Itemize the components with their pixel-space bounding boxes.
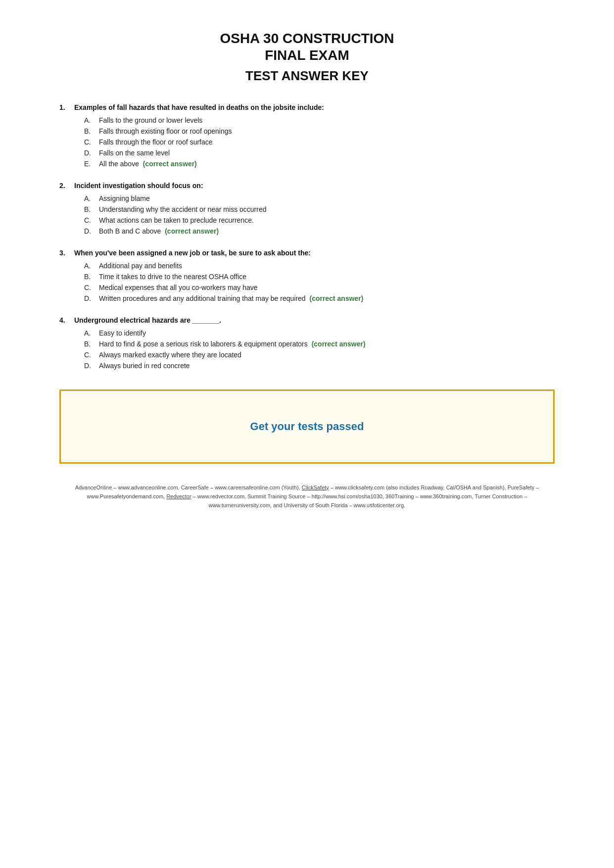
- option-text: Medical expenses that all you co-workers…: [99, 284, 555, 291]
- correct-answer-label: (correct answer): [308, 294, 364, 302]
- option-letter: C.: [84, 216, 99, 224]
- option-letter: A.: [84, 194, 99, 202]
- question-3-options: A.Additional pay and benefitsB.Time it t…: [84, 262, 555, 302]
- correct-answer-label: (correct answer): [141, 160, 197, 168]
- option-text: Written procedures and any additional tr…: [99, 294, 555, 302]
- question-2-text: 2.Incident investigation should focus on…: [59, 182, 555, 190]
- question-1-option-A: A.Falls to the ground or lower levels: [84, 116, 555, 124]
- question-2-options: A.Assigning blameB.Understanding why the…: [84, 194, 555, 235]
- title-line1: OSHA 30 CONSTRUCTION: [59, 30, 555, 48]
- option-text: Time it takes to drive to the nearest OS…: [99, 273, 555, 281]
- option-text: What actions can be taken to preclude re…: [99, 216, 555, 224]
- question-3: 3.When you've been assigned a new job or…: [59, 249, 555, 302]
- question-3-text: 3.When you've been assigned a new job or…: [59, 249, 555, 257]
- question-3-label: When you've been assigned a new job or t…: [74, 249, 311, 257]
- question-1-number: 1.: [59, 103, 74, 111]
- option-letter: A.: [84, 262, 99, 270]
- option-letter: B.: [84, 127, 99, 135]
- questions-section: 1.Examples of fall hazards that have res…: [59, 103, 555, 370]
- option-letter: D.: [84, 362, 99, 370]
- clicksafety-link[interactable]: ClickSafety: [302, 484, 329, 490]
- question-1-label: Examples of fall hazards that have resul…: [74, 103, 324, 111]
- question-4-option-D: D.Always buried in red concrete: [84, 362, 555, 370]
- question-1-option-E: E.All the above (correct answer): [84, 160, 555, 168]
- question-4-options: A.Easy to identifyB.Hard to find & pose …: [84, 329, 555, 370]
- option-letter: C.: [84, 138, 99, 146]
- question-4-option-C: C.Always marked exactly where they are l…: [84, 351, 555, 359]
- option-text: Falls on the same level: [99, 149, 555, 157]
- option-text: Easy to identify: [99, 329, 555, 337]
- option-text: Falls through the floor or roof surface: [99, 138, 555, 146]
- option-letter: D.: [84, 294, 99, 302]
- question-3-option-C: C.Medical expenses that all you co-worke…: [84, 284, 555, 291]
- question-4-text: 4.Underground electrical hazards are ___…: [59, 316, 555, 324]
- promo-box: Get your tests passed: [59, 389, 555, 464]
- question-2: 2.Incident investigation should focus on…: [59, 182, 555, 235]
- option-text: Falls to the ground or lower levels: [99, 116, 555, 124]
- question-4-option-A: A.Easy to identify: [84, 329, 555, 337]
- option-letter: D.: [84, 227, 99, 235]
- question-1-text: 1.Examples of fall hazards that have res…: [59, 103, 555, 111]
- question-1-option-D: D.Falls on the same level: [84, 149, 555, 157]
- option-letter: A.: [84, 116, 99, 124]
- option-letter: A.: [84, 329, 99, 337]
- option-letter: B.: [84, 340, 99, 348]
- option-letter: E.: [84, 160, 99, 168]
- question-2-option-D: D.Both B and C above (correct answer): [84, 227, 555, 235]
- question-4: 4.Underground electrical hazards are ___…: [59, 316, 555, 370]
- footer-text: AdvanceOnline – www.advanceonline.com, C…: [75, 484, 539, 508]
- question-2-option-C: C.What actions can be taken to preclude …: [84, 216, 555, 224]
- question-2-label: Incident investigation should focus on:: [74, 182, 203, 190]
- option-letter: B.: [84, 273, 99, 281]
- question-3-option-A: A.Additional pay and benefits: [84, 262, 555, 270]
- option-text: Always marked exactly where they are loc…: [99, 351, 555, 359]
- question-4-number: 4.: [59, 316, 74, 324]
- option-text: All the above (correct answer): [99, 160, 555, 168]
- question-4-label: Underground electrical hazards are _____…: [74, 316, 221, 324]
- option-letter: C.: [84, 284, 99, 291]
- correct-answer-label: (correct answer): [163, 227, 219, 235]
- question-3-option-D: D.Written procedures and any additional …: [84, 294, 555, 302]
- option-text: Hard to find & pose a serious risk to la…: [99, 340, 555, 348]
- question-2-number: 2.: [59, 182, 74, 190]
- question-3-option-B: B.Time it takes to drive to the nearest …: [84, 273, 555, 281]
- question-2-option-A: A.Assigning blame: [84, 194, 555, 202]
- footer: AdvanceOnline – www.advanceonline.com, C…: [59, 483, 555, 510]
- page-header: OSHA 30 CONSTRUCTION FINAL EXAM TEST ANS…: [59, 30, 555, 84]
- redvector-link[interactable]: Redvector: [166, 493, 191, 499]
- question-1: 1.Examples of fall hazards that have res…: [59, 103, 555, 168]
- question-1-option-B: B.Falls through existing floor or roof o…: [84, 127, 555, 135]
- title-line2: FINAL EXAM: [59, 48, 555, 63]
- option-text: Both B and C above (correct answer): [99, 227, 555, 235]
- question-3-number: 3.: [59, 249, 74, 257]
- question-2-option-B: B.Understanding why the accident or near…: [84, 205, 555, 213]
- option-text: Additional pay and benefits: [99, 262, 555, 270]
- option-letter: B.: [84, 205, 99, 213]
- promo-text: Get your tests passed: [250, 420, 364, 433]
- correct-answer-label: (correct answer): [310, 340, 366, 348]
- option-letter: D.: [84, 149, 99, 157]
- question-1-options: A.Falls to the ground or lower levelsB.F…: [84, 116, 555, 168]
- option-letter: C.: [84, 351, 99, 359]
- option-text: Always buried in red concrete: [99, 362, 555, 370]
- question-1-option-C: C.Falls through the floor or roof surfac…: [84, 138, 555, 146]
- option-text: Assigning blame: [99, 194, 555, 202]
- question-4-option-B: B.Hard to find & pose a serious risk to …: [84, 340, 555, 348]
- option-text: Understanding why the accident or near m…: [99, 205, 555, 213]
- subtitle: TEST ANSWER KEY: [59, 68, 555, 84]
- option-text: Falls through existing floor or roof ope…: [99, 127, 555, 135]
